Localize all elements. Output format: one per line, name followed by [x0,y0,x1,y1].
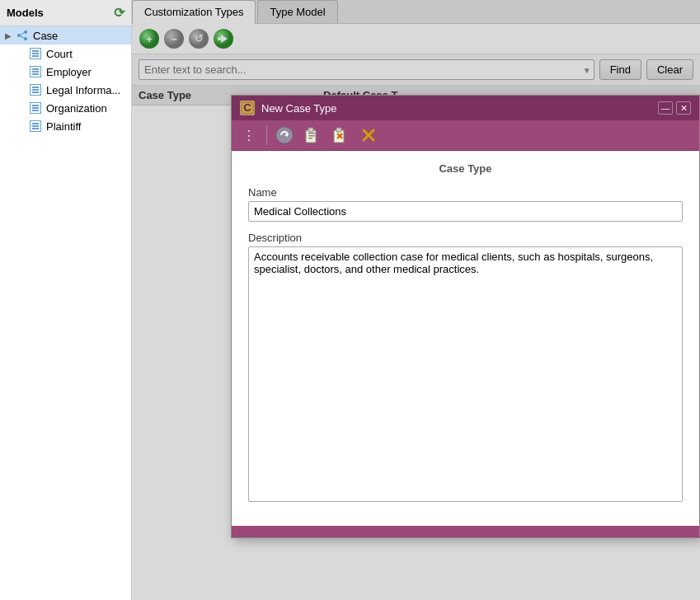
sidebar-item-case[interactable]: ▶ Case [0,26,131,45]
modal-section-title: Case Type [248,162,683,175]
modal-window-controls: — ✕ [658,101,691,115]
case-icon [15,29,30,42]
sidebar: Models ⟳ ▶ Case Court Employer [0,0,132,600]
legal-icon [28,83,43,96]
sidebar-item-employer-label: Employer [46,66,92,78]
sidebar-item-court[interactable]: Court [0,45,131,63]
modal-icon: C [240,101,255,115]
modal-paste-tool[interactable] [300,124,325,147]
modal-dots-button[interactable]: ⋮ [237,124,261,147]
sidebar-item-organization[interactable]: Organization [0,99,131,117]
sidebar-refresh-icon[interactable]: ⟳ [114,5,124,21]
svg-rect-17 [308,128,313,132]
modal-body: Case Type Name Description [232,151,699,526]
sidebar-item-court-label: Court [46,48,73,60]
sidebar-title: Models [7,7,44,19]
plaintiff-icon [28,120,43,133]
new-case-type-modal: C New Case Type — ✕ ⋮ [231,95,700,538]
modal-title-text: New Case Type [261,102,337,115]
svg-point-0 [17,34,21,37]
sidebar-item-case-label: Case [33,30,58,42]
court-icon [28,47,43,60]
sidebar-item-legal[interactable]: Legal Informa... [0,81,131,99]
modal-toolbar: ⋮ [232,120,699,151]
svg-point-1 [24,30,27,34]
svg-line-4 [21,36,24,38]
svg-rect-19 [308,135,315,137]
svg-line-3 [21,33,24,35]
modal-title-area: C New Case Type [240,101,337,115]
description-textarea[interactable] [248,246,683,502]
modal-overlay: C New Case Type — ✕ ⋮ [132,0,700,600]
tree-arrow: ▶ [5,31,15,40]
svg-rect-18 [308,133,315,134]
svg-rect-20 [308,138,312,139]
description-label: Description [248,232,683,244]
sidebar-item-plaintiff-label: Plaintiff [46,120,81,133]
modal-refresh-tool[interactable] [272,124,297,147]
sidebar-item-employer[interactable]: Employer [0,63,131,81]
name-label: Name [248,186,683,199]
sidebar-item-organization-label: Organization [46,102,107,115]
main-content: Customization Types Type Model + − [132,0,700,600]
modal-footer [232,526,699,537]
modal-titlebar: C New Case Type — ✕ [232,96,699,120]
toolbar-separator-1 [266,125,267,145]
organization-icon [28,101,43,115]
modal-cancel-tool[interactable] [356,124,381,147]
svg-rect-22 [336,128,341,132]
sidebar-item-legal-label: Legal Informa... [46,84,120,96]
employer-icon [28,65,43,78]
modal-minimize-button[interactable]: — [658,101,673,115]
name-field-group: Name [248,186,683,222]
modal-delete-tool[interactable] [328,124,353,147]
sidebar-item-plaintiff[interactable]: Plaintiff [0,117,131,135]
description-field-group: Description [248,232,683,504]
modal-close-button[interactable]: ✕ [676,101,691,115]
name-input[interactable] [248,201,683,222]
svg-point-2 [24,37,27,40]
svg-text:C: C [243,101,251,114]
sidebar-header: Models ⟳ [0,0,131,26]
